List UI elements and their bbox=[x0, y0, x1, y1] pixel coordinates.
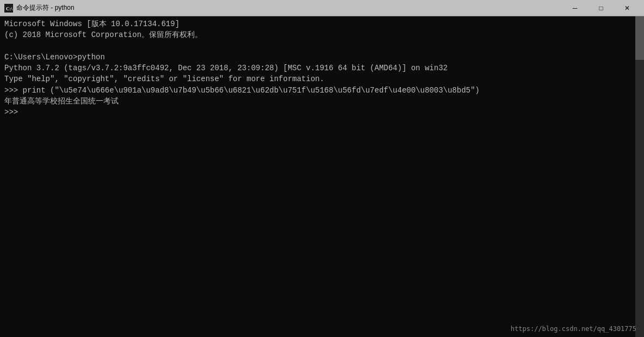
scrollbar-thumb[interactable] bbox=[635, 16, 644, 60]
svg-text:C:\: C:\ bbox=[6, 6, 13, 11]
terminal-output: Microsoft Windows [版本 10.0.17134.619] (c… bbox=[4, 19, 640, 118]
window-controls: ─ □ ✕ bbox=[562, 0, 640, 16]
app-icon: C:\ bbox=[4, 4, 13, 13]
minimize-button[interactable]: ─ bbox=[562, 0, 587, 16]
maximize-button[interactable]: □ bbox=[589, 0, 614, 16]
close-button[interactable]: ✕ bbox=[615, 0, 640, 16]
watermark: https://blog.csdn.net/qq_4301775 bbox=[511, 324, 636, 334]
titlebar: C:\ 命令提示符 - python ─ □ ✕ bbox=[0, 0, 644, 16]
scrollbar[interactable] bbox=[635, 16, 644, 337]
window-title: 命令提示符 - python bbox=[16, 3, 562, 13]
terminal-window[interactable]: Microsoft Windows [版本 10.0.17134.619] (c… bbox=[0, 16, 644, 337]
line-1: Microsoft Windows [版本 10.0.17134.619] (c… bbox=[4, 20, 480, 117]
